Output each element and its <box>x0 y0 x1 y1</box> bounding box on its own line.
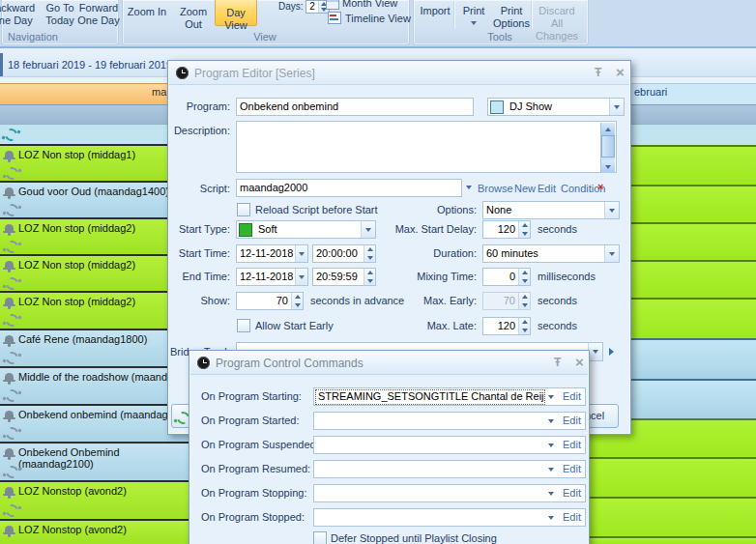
schedule-item[interactable]: Middle of the roadshow (maandag <box>0 366 189 404</box>
max-start-delay-spinner[interactable]: 120 <box>482 220 531 239</box>
start-date-combo[interactable]: 12-11-2018 <box>236 244 308 263</box>
on-program-suspended-combo[interactable]: Edit <box>313 436 586 454</box>
bell-icon <box>5 411 14 418</box>
schedule-item[interactable]: LOZ Non stop (middag1) <box>0 144 189 181</box>
on-program-started-combo[interactable]: Edit <box>313 412 586 430</box>
import-button[interactable]: Import <box>417 5 453 17</box>
backward-one-day-button[interactable]: Backward One Day <box>0 2 39 27</box>
zoom-in-button[interactable]: Zoom In <box>127 6 167 18</box>
chevron-down-icon[interactable] <box>295 269 307 285</box>
close-icon[interactable]: × <box>616 64 625 80</box>
control-commands-titlebar[interactable]: Program Control Commands Ŧ × <box>190 352 588 375</box>
timeline-view-button[interactable]: Timeline View <box>345 13 411 25</box>
scroll-down-icon[interactable] <box>601 160 615 173</box>
start-type-combo[interactable]: Soft <box>236 220 376 239</box>
scroll-up-icon[interactable] <box>601 123 615 135</box>
chevron-down-icon[interactable] <box>295 245 307 262</box>
edit-command-link[interactable]: Edit <box>563 390 581 402</box>
on-program-stopping-combo[interactable]: Edit <box>313 484 586 502</box>
description-scrollbar[interactable] <box>600 123 615 173</box>
chevron-down-icon[interactable] <box>548 444 554 447</box>
schedule-item[interactable]: LOZ Nonstop (avond2) <box>0 519 189 544</box>
program-input[interactable]: Onbekend onbemind <box>236 98 474 116</box>
pin-icon[interactable]: Ŧ <box>595 66 601 79</box>
day-view-button[interactable]: Day View <box>215 0 257 26</box>
chevron-down-icon[interactable] <box>548 468 554 472</box>
start-time-spinner[interactable]: 20:00:00 <box>312 244 376 263</box>
schedule-item[interactable]: Onbekend onbemind (maandag200 <box>0 404 189 442</box>
duration-combo[interactable]: 60 minutes <box>482 244 620 263</box>
spinner-arrows[interactable] <box>518 221 530 238</box>
show-spinner[interactable]: 70 <box>236 292 304 310</box>
print-options-button[interactable]: Print Options <box>491 5 532 30</box>
close-icon[interactable]: × <box>575 354 584 370</box>
forward-one-day-button[interactable]: Forward One Day <box>75 2 122 27</box>
chevron-down-icon[interactable] <box>548 492 554 496</box>
end-date-combo[interactable]: 12-11-2018 <box>236 268 308 286</box>
edit-link[interactable]: Edit <box>538 183 556 194</box>
bell-icon <box>5 151 14 158</box>
bridge-play-icon[interactable] <box>609 348 614 356</box>
spinner-arrows[interactable] <box>291 293 303 309</box>
max-late-spinner[interactable]: 120 <box>482 317 531 335</box>
max-late-label: Max. Late: <box>391 320 477 331</box>
start-type-value: Soft <box>255 221 361 238</box>
month-view-button[interactable]: Month View <box>342 0 397 10</box>
schedule-item[interactable]: LOZ Non stop (middag2) <box>0 217 189 254</box>
edit-command-link[interactable]: Edit <box>563 439 581 450</box>
options-combo[interactable]: None <box>482 201 620 219</box>
schedule-item-day2[interactable] <box>590 536 756 544</box>
max-early-unit: seconds <box>538 295 577 306</box>
scrollbar-thumb[interactable] <box>601 135 615 157</box>
edit-command-link[interactable]: Edit <box>563 463 581 474</box>
mixing-time-spinner[interactable]: 0 <box>482 268 531 286</box>
start-time-value: 20:00:00 <box>313 245 363 262</box>
spinner-arrows[interactable] <box>363 269 375 285</box>
clear-script-icon[interactable]: × <box>597 181 603 192</box>
print-dropdown-icon[interactable] <box>471 21 477 25</box>
schedule-item-day2[interactable] <box>590 457 756 497</box>
edit-command-link[interactable]: Edit <box>563 415 581 426</box>
script-input[interactable]: maandag2000 <box>236 179 462 197</box>
on-program-resumed-combo[interactable]: Edit <box>313 460 586 478</box>
reload-script-checkbox[interactable] <box>237 203 250 216</box>
schedule-item[interactable]: LOZ Non stop (middag2) <box>0 291 189 329</box>
navigation-group-label: Navigation <box>8 31 58 43</box>
chevron-down-icon[interactable] <box>548 516 554 520</box>
zoom-out-button[interactable]: Zoom Out <box>170 6 217 31</box>
print-button[interactable]: Print <box>460 5 487 17</box>
schedule-item[interactable]: LOZ Nonstop (avond2) <box>0 480 189 519</box>
schedule-item[interactable]: Goud voor Oud (maandag1400) <box>0 181 189 217</box>
on-program-starting-combo[interactable]: STREAMING_SETSONGTITLE Chantal de Reijke… <box>313 387 586 406</box>
spinner-arrows[interactable] <box>518 318 530 334</box>
description-textarea[interactable] <box>236 121 617 173</box>
edit-command-link[interactable]: Edit <box>563 511 581 523</box>
script-dropdown-icon[interactable] <box>466 186 472 189</box>
schedule-item[interactable]: Café Rene (maandag1800) <box>0 329 189 366</box>
spinner-arrows[interactable] <box>363 245 375 262</box>
script-label: Script: <box>168 183 230 194</box>
bell-icon <box>5 187 14 195</box>
new-link[interactable]: New <box>514 183 536 194</box>
edit-command-link[interactable]: Edit <box>563 487 581 499</box>
allow-start-early-checkbox[interactable] <box>237 319 250 332</box>
program-type-combo[interactable]: DJ Show <box>487 98 625 116</box>
schedule-item-day2[interactable] <box>590 497 756 536</box>
defer-stopped-checkbox[interactable] <box>313 531 327 544</box>
chevron-down-icon[interactable] <box>588 343 602 360</box>
chevron-down-icon[interactable] <box>609 99 624 115</box>
end-time-spinner[interactable]: 20:59:59 <box>312 268 376 286</box>
program-editor-titlebar[interactable]: Program Editor [Series] Ŧ × <box>169 62 629 85</box>
chevron-down-icon[interactable] <box>548 419 554 423</box>
schedule-item[interactable]: LOZ Non stop (middag2) <box>0 254 189 291</box>
browse-link[interactable]: Browse <box>478 183 513 194</box>
pin-icon[interactable]: Ŧ <box>554 356 561 369</box>
chevron-down-icon[interactable] <box>361 221 375 238</box>
chevron-down-icon[interactable] <box>548 395 554 399</box>
schedule-item[interactable]: Onbekend Onbemind (maandag2100) <box>0 442 189 480</box>
chevron-down-icon[interactable] <box>604 245 619 262</box>
on-program-stopped-combo[interactable]: Edit <box>313 508 586 527</box>
spinner-arrows[interactable] <box>518 269 530 285</box>
on-program-starting-label: On Program Starting: <box>201 390 302 402</box>
chevron-down-icon[interactable] <box>604 202 619 218</box>
